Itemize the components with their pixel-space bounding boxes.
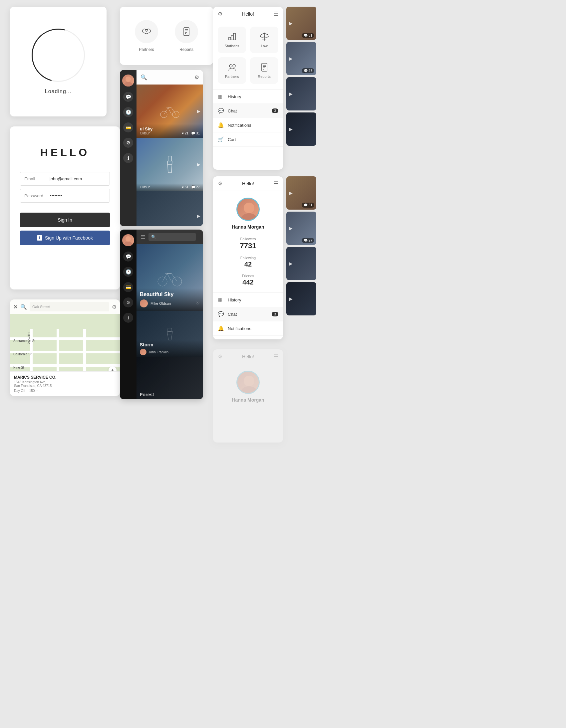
menu-icon-stats[interactable]: ☰ bbox=[274, 11, 278, 17]
svg-rect-28 bbox=[168, 328, 172, 331]
partners-label: Partners bbox=[139, 47, 154, 52]
history-icon-btn[interactable]: 🕐 bbox=[123, 107, 133, 117]
dark-feed-content: ☰ 🔍 Beautiful Sky Mike Ol bbox=[136, 230, 203, 399]
statistics-label: Statistics bbox=[224, 44, 239, 48]
next-arrow-2[interactable]: ▶ bbox=[197, 162, 200, 167]
profile-history-item[interactable]: ▦ History bbox=[213, 293, 283, 307]
settings-icon-btn[interactable]: ⚙ bbox=[123, 138, 133, 148]
svg-rect-10 bbox=[168, 156, 171, 161]
chat-badge: 3 bbox=[272, 108, 278, 113]
profile-chat-item[interactable]: 💬 Chat 3 bbox=[213, 307, 283, 321]
law-icon-btn[interactable]: Law bbox=[250, 27, 278, 53]
signin-button[interactable]: Sign In bbox=[20, 213, 110, 227]
email-input[interactable] bbox=[47, 172, 109, 185]
history-menu-item[interactable]: ▦ History bbox=[213, 90, 283, 104]
partners-label-stats: Partners bbox=[225, 75, 239, 79]
feed-subtitle-1: Oldsun bbox=[140, 131, 152, 135]
profile-cart-item[interactable]: 🛒 Cart bbox=[213, 336, 283, 339]
feed-item-1[interactable]: ul Sky Oldsun ♥ 21 💬 31 ▶ bbox=[136, 85, 203, 138]
search-icon-feed[interactable]: 🔍 bbox=[140, 74, 147, 81]
thumb2-1[interactable]: ▶ 💬 31 bbox=[286, 176, 316, 210]
thumb-1[interactable]: ▶ 💬 31 bbox=[286, 7, 316, 40]
password-label: Password bbox=[20, 189, 47, 202]
cart-menu-item[interactable]: 🛒 Cart bbox=[213, 132, 283, 147]
profile-notifications-item[interactable]: 🔔 Notifications bbox=[213, 321, 283, 336]
loading-text: Loading... bbox=[45, 89, 72, 94]
feed-meta-2: ♥ 51 💬 27 bbox=[182, 185, 200, 189]
beautiful-sky-overlay: Beautiful Sky Mike Oldsun ♡ bbox=[136, 288, 203, 311]
notifications-menu-item[interactable]: 🔔 Notifications bbox=[213, 118, 283, 132]
login-screen: HELLO Email Password Sign In f Sign Up w… bbox=[10, 126, 120, 289]
settings-icon-profile[interactable]: ⚙ bbox=[218, 180, 222, 187]
feed-subtitle-2: Oldsun bbox=[140, 185, 150, 189]
beautiful-sky-user-row: Mike Oldsun ♡ bbox=[140, 299, 200, 307]
dark-feed-item-2[interactable]: Storm John Franklin bbox=[136, 311, 203, 357]
thumb-3[interactable]: ▶ bbox=[286, 77, 316, 110]
partners-icon-circle bbox=[135, 20, 158, 43]
next-arrow-1[interactable]: ▶ bbox=[197, 108, 200, 114]
next-arrow-3[interactable]: ▶ bbox=[197, 213, 200, 219]
thumb2-3[interactable]: ▶ bbox=[286, 247, 316, 280]
map-search-field[interactable]: Oak Street bbox=[30, 302, 109, 311]
loading-spinner bbox=[22, 19, 95, 92]
feed-item-2[interactable]: Oldsun ♥ 51 💬 27 ▶ bbox=[136, 138, 203, 191]
filter-icon[interactable]: ⚙ bbox=[112, 304, 116, 310]
sacramento-st-label: Sacramento St bbox=[13, 339, 35, 343]
reports-icon bbox=[181, 26, 192, 37]
thumb-2[interactable]: ▶ 💬 27 bbox=[286, 42, 316, 75]
statistics-icon-btn[interactable]: Statistics bbox=[218, 27, 246, 53]
chat-menu-item[interactable]: 💬 Chat 3 bbox=[213, 104, 283, 118]
thumb2-4[interactable]: ▶ bbox=[286, 282, 316, 315]
menu-icon-profile[interactable]: ☰ bbox=[274, 180, 278, 187]
profile-chat-label: Chat bbox=[228, 312, 237, 317]
reports-icon-btn[interactable]: Reports bbox=[250, 57, 278, 84]
followers-stat: Followers 7731 bbox=[218, 234, 278, 253]
dark-search-bar[interactable]: 🔍 bbox=[148, 233, 196, 241]
dark-chat-btn[interactable]: 💬 bbox=[123, 252, 133, 262]
reports-button[interactable]: Reports bbox=[175, 20, 198, 52]
following-label: Following bbox=[218, 256, 278, 260]
feed-meta-1: ♥ 21 💬 31 bbox=[182, 131, 200, 135]
cart-label: Cart bbox=[228, 137, 236, 142]
close-icon[interactable]: ✕ bbox=[13, 304, 18, 310]
dark-user-avatar[interactable] bbox=[122, 234, 134, 246]
info-icon-btn[interactable]: ℹ bbox=[123, 153, 133, 163]
dark-info-btn[interactable]: ℹ bbox=[123, 313, 133, 323]
dark-heart-icon[interactable]: ♡ bbox=[195, 301, 200, 306]
email-field-container: Email bbox=[20, 172, 110, 186]
storm-overlay: Storm John Franklin bbox=[136, 340, 203, 357]
day-off-label: Day Off bbox=[14, 389, 25, 393]
filter-icon-feed[interactable]: ⚙ bbox=[194, 74, 199, 81]
thumb2-comment-1: 💬 31 bbox=[302, 203, 314, 208]
partners-button[interactable]: Partners bbox=[135, 20, 158, 52]
thumb2-2[interactable]: ▶ 💬 27 bbox=[286, 212, 316, 245]
chat-icon-btn[interactable]: 💬 bbox=[123, 92, 133, 102]
facebook-signup-button[interactable]: f Sign Up with Facebook bbox=[20, 231, 110, 245]
dark-history-btn[interactable]: 🕐 bbox=[123, 267, 133, 277]
following-value: 42 bbox=[218, 261, 278, 268]
dark-payment-btn[interactable]: 💳 bbox=[123, 282, 133, 292]
feed-item-3[interactable]: ▶ bbox=[136, 191, 203, 226]
thumb-arrow-3: ▶ bbox=[289, 91, 293, 96]
business-address: 1543 Kensington Ave,San Francisco, CA 43… bbox=[14, 380, 116, 388]
following-stat: Following 42 bbox=[218, 253, 278, 271]
payment-icon-btn[interactable]: 💳 bbox=[123, 122, 133, 132]
user-avatar[interactable] bbox=[122, 75, 134, 87]
search-icon[interactable]: 🔍 bbox=[20, 304, 27, 310]
map-street-text: Oak Street bbox=[32, 305, 50, 309]
partners-icon-btn[interactable]: Partners bbox=[218, 57, 246, 84]
friends-value: 442 bbox=[218, 278, 278, 286]
bike-icon-dark bbox=[156, 268, 183, 287]
statistics-icon bbox=[227, 32, 237, 41]
password-input[interactable] bbox=[47, 189, 109, 202]
dark-feed-item-1[interactable]: Beautiful Sky Mike Oldsun ♡ bbox=[136, 244, 203, 311]
profile-history-icon: ▦ bbox=[218, 297, 224, 303]
chat-label: Chat bbox=[228, 108, 237, 113]
profile-header-title: Hello! bbox=[242, 181, 254, 186]
dark-feed-item-3[interactable]: Forest bbox=[136, 357, 203, 399]
dark-menu-icon[interactable]: ☰ bbox=[140, 234, 145, 240]
thumb-4[interactable]: ▶ bbox=[286, 112, 316, 146]
dark-settings-btn[interactable]: ⚙ bbox=[123, 297, 133, 307]
settings-icon-stats[interactable]: ⚙ bbox=[218, 11, 222, 17]
svg-line-14 bbox=[261, 33, 264, 35]
